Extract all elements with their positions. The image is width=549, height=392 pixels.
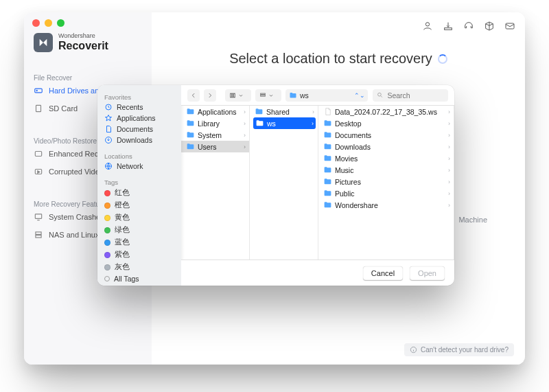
browser-row[interactable]: Applications› (181, 106, 249, 117)
open-button[interactable]: Open (410, 266, 445, 280)
sidebar-item-documents[interactable]: Documents (97, 124, 181, 135)
dialog-footer: Cancel Open (181, 260, 454, 286)
svg-rect-7 (36, 235, 41, 238)
nav-back-button[interactable] (187, 89, 200, 102)
column-3[interactable]: Data_2024.07.22_17_38_35.ws›Desktop›Docu… (318, 106, 454, 260)
tag-red[interactable]: 红色 (97, 187, 181, 199)
dialog-main: ws ⌃⌄ Applications›Library›System›Users›… (181, 85, 454, 286)
svg-rect-0 (35, 89, 43, 93)
browser-row[interactable]: Wondershare› (318, 199, 454, 211)
section-file-recover: File Recover (24, 74, 113, 82)
tag-yellow[interactable]: 黄色 (97, 211, 181, 224)
column-1[interactable]: Applications›Library›System›Users› (181, 106, 250, 260)
browser-row[interactable]: Shared› (250, 106, 318, 117)
svg-rect-5 (35, 214, 41, 218)
browser-row[interactable]: Music› (318, 164, 454, 176)
support-icon[interactable] (463, 21, 474, 32)
zoom-icon[interactable] (57, 19, 65, 27)
column-2[interactable]: Shared›ws› (250, 106, 318, 260)
path-dropdown[interactable]: ws ⌃⌄ (285, 89, 368, 102)
svg-rect-17 (234, 93, 235, 97)
svg-rect-2 (36, 105, 41, 111)
tag-orange[interactable]: 橙色 (97, 199, 181, 211)
svg-rect-15 (231, 93, 232, 97)
sidebar-item-recents[interactable]: Recents (97, 102, 181, 113)
account-icon[interactable] (422, 21, 433, 32)
tag-blue[interactable]: 蓝色 (97, 236, 181, 249)
svg-rect-10 (506, 23, 514, 29)
close-icon[interactable] (32, 19, 40, 27)
nav-forward-button[interactable] (204, 89, 216, 102)
dialog-sidebar: Favorites Recents Applications Documents… (97, 85, 181, 286)
page-title: Select a location to start recovery (152, 51, 525, 67)
top-toolbar (422, 21, 515, 32)
svg-rect-16 (232, 93, 233, 97)
open-dialog: Favorites Recents Applications Documents… (97, 85, 454, 286)
tag-purple[interactable]: 紫色 (97, 249, 181, 261)
brand-sub: Wondershare (58, 33, 108, 40)
brand-main: Recoverit (58, 40, 108, 52)
cancel-button[interactable]: Cancel (363, 266, 403, 280)
svg-point-20 (378, 93, 382, 96)
tag-green[interactable]: 绿色 (97, 224, 181, 236)
browser-row[interactable]: System› (181, 129, 249, 141)
svg-rect-3 (35, 152, 41, 157)
browser-row[interactable]: Movies› (318, 152, 454, 164)
browser-row[interactable]: Library› (181, 117, 249, 129)
svg-rect-6 (36, 232, 41, 235)
browser-row[interactable]: Public› (318, 187, 454, 199)
sidebar-group-tags: Tags (97, 176, 181, 187)
window-traffic-lights[interactable] (32, 19, 65, 27)
svg-rect-19 (261, 95, 266, 96)
app-logo: Wondershare Recoverit (34, 33, 108, 52)
sidebar-group-favorites: Favorites (97, 91, 181, 102)
sidebar-group-locations: Locations (97, 150, 181, 161)
browser-row[interactable]: Downloads› (318, 141, 454, 152)
loading-spinner-icon (438, 54, 447, 64)
browser-row[interactable]: Users› (181, 141, 249, 152)
browser-row[interactable]: Documents› (318, 129, 454, 141)
sidebar-item-applications[interactable]: Applications (97, 113, 181, 124)
mail-icon[interactable] (504, 21, 515, 32)
svg-rect-9 (445, 28, 452, 30)
browser-row[interactable]: ws› (253, 117, 316, 129)
tag-gray[interactable]: 灰色 (97, 261, 181, 273)
dialog-toolbar: ws ⌃⌄ (181, 85, 454, 106)
column-browser: Applications›Library›System›Users› Share… (181, 106, 454, 260)
svg-point-1 (36, 90, 37, 91)
svg-rect-18 (261, 93, 266, 95)
browser-row[interactable]: Desktop› (318, 117, 454, 129)
svg-point-8 (425, 23, 429, 26)
background-card-text: Machine (458, 216, 487, 224)
minimize-icon[interactable] (45, 19, 52, 27)
view-mode-button[interactable] (225, 89, 251, 102)
group-button[interactable] (255, 89, 281, 102)
import-icon[interactable] (443, 21, 454, 32)
tag-all[interactable]: All Tags (97, 273, 181, 284)
browser-row[interactable]: Data_2024.07.22_17_38_35.ws› (318, 106, 454, 117)
cant-detect-drive-chip[interactable]: Can't detect your hard drive? (404, 343, 514, 356)
sidebar-item-downloads[interactable]: Downloads (97, 135, 181, 146)
search-input[interactable] (386, 91, 444, 100)
sidebar-item-network[interactable]: Network (97, 161, 181, 172)
search-field[interactable] (373, 89, 448, 102)
cube-icon[interactable] (484, 21, 495, 32)
browser-row[interactable]: Pictures› (318, 176, 454, 187)
